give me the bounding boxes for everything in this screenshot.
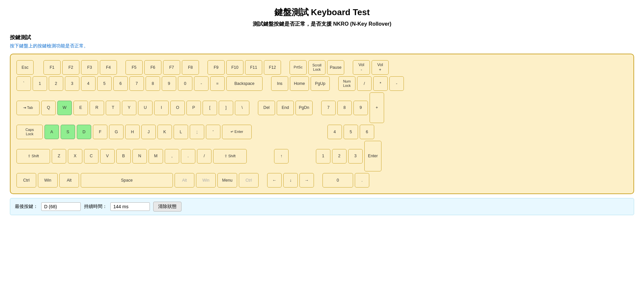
key-num-slash[interactable]: / xyxy=(357,76,372,91)
key-num2[interactable]: 2 xyxy=(332,149,347,164)
key-g[interactable]: G xyxy=(109,125,124,139)
key-prtsc[interactable]: PrtSc xyxy=(290,60,307,75)
key-b[interactable]: B xyxy=(116,149,131,164)
key-num-minus[interactable]: - xyxy=(389,76,404,91)
key-num-period[interactable]: . xyxy=(355,173,369,188)
key-end[interactable]: End xyxy=(277,101,294,115)
key-vol-down[interactable]: Vol - xyxy=(353,60,370,75)
key-d[interactable]: D xyxy=(77,125,91,139)
key-1[interactable]: 1 xyxy=(33,76,47,91)
key-2[interactable]: 2 xyxy=(49,76,63,91)
key-alt-right[interactable]: Alt xyxy=(175,173,194,188)
key-num7[interactable]: 7 xyxy=(321,101,336,115)
key-h[interactable]: H xyxy=(125,125,140,139)
key-f6[interactable]: F6 xyxy=(144,60,161,75)
key-f12[interactable]: F12 xyxy=(264,60,281,75)
key-arrow-down[interactable]: ↓ xyxy=(283,173,298,188)
key-shift-left[interactable]: ⇧ Shift xyxy=(16,149,50,164)
key-num1[interactable]: 1 xyxy=(316,149,330,164)
key-6[interactable]: 6 xyxy=(113,76,128,91)
key-x[interactable]: X xyxy=(68,149,82,164)
key-rbracket[interactable]: ] xyxy=(219,101,233,115)
last-key-input[interactable] xyxy=(41,202,81,211)
key-i[interactable]: I xyxy=(154,101,169,115)
key-comma[interactable]: , xyxy=(165,149,179,164)
key-4[interactable]: 4 xyxy=(81,76,96,91)
key-vol-up[interactable]: Vol + xyxy=(372,60,389,75)
key-3[interactable]: 3 xyxy=(65,76,79,91)
key-numlock[interactable]: Num Lock xyxy=(338,76,355,91)
key-k[interactable]: K xyxy=(157,125,172,139)
key-y[interactable]: Y xyxy=(122,101,136,115)
key-semicolon[interactable]: ; xyxy=(190,125,204,139)
key-quote[interactable]: ' xyxy=(206,125,220,139)
key-shift-right[interactable]: ⇧ Shift xyxy=(213,149,247,164)
key-alt-left[interactable]: Alt xyxy=(59,173,79,188)
key-minus[interactable]: - xyxy=(194,76,209,91)
key-space[interactable]: Space xyxy=(81,173,173,188)
key-z[interactable]: Z xyxy=(52,149,66,164)
key-ins[interactable]: Ins xyxy=(271,76,288,91)
key-pgdn[interactable]: PgDn xyxy=(295,101,313,115)
key-a[interactable]: A xyxy=(44,125,59,139)
key-slash[interactable]: / xyxy=(197,149,211,164)
key-pgup[interactable]: PgUp xyxy=(311,76,330,91)
key-f9[interactable]: F9 xyxy=(208,60,225,75)
key-num6[interactable]: 6 xyxy=(360,125,374,139)
key-scrolllock[interactable]: Scroll Lock xyxy=(308,60,325,75)
key-num8[interactable]: 8 xyxy=(337,101,352,115)
key-q[interactable]: Q xyxy=(41,101,56,115)
key-f10[interactable]: F10 xyxy=(226,60,243,75)
key-c[interactable]: C xyxy=(84,149,98,164)
key-win-left[interactable]: Win xyxy=(38,173,58,188)
key-num4[interactable]: 4 xyxy=(327,125,342,139)
key-n[interactable]: N xyxy=(132,149,147,164)
key-v[interactable]: V xyxy=(100,149,115,164)
key-num-asterisk[interactable]: * xyxy=(373,76,388,91)
key-p[interactable]: P xyxy=(186,101,201,115)
key-win-right[interactable]: Win xyxy=(196,173,216,188)
key-home[interactable]: Home xyxy=(290,76,309,91)
key-f[interactable]: F xyxy=(93,125,107,139)
key-tab[interactable]: ⇥ Tab xyxy=(16,101,40,115)
key-m[interactable]: M xyxy=(149,149,163,164)
key-f4[interactable]: F4 xyxy=(100,60,117,75)
key-f1[interactable]: F1 xyxy=(43,60,61,75)
key-backspace[interactable]: Backspace xyxy=(226,76,263,91)
key-f11[interactable]: F11 xyxy=(245,60,262,75)
key-period[interactable]: . xyxy=(181,149,195,164)
key-lbracket[interactable]: [ xyxy=(203,101,217,115)
clear-button[interactable]: 清除狀態 xyxy=(153,202,182,212)
key-num0[interactable]: 0 xyxy=(322,173,353,188)
key-f8[interactable]: F8 xyxy=(182,60,199,75)
key-num9[interactable]: 9 xyxy=(353,101,368,115)
key-f7[interactable]: F7 xyxy=(163,60,180,75)
key-7[interactable]: 7 xyxy=(129,76,144,91)
key-numpad-enter[interactable]: Enter xyxy=(364,141,381,171)
key-0[interactable]: 0 xyxy=(178,76,192,91)
key-enter[interactable]: ↵ Enter xyxy=(222,125,252,139)
key-pause[interactable]: Pause xyxy=(327,60,344,75)
key-l[interactable]: L xyxy=(174,125,188,139)
key-o[interactable]: O xyxy=(170,101,185,115)
key-equals[interactable]: = xyxy=(210,76,225,91)
key-u[interactable]: U xyxy=(138,101,153,115)
key-9[interactable]: 9 xyxy=(162,76,176,91)
key-j[interactable]: J xyxy=(141,125,156,139)
key-backtick[interactable]: ` xyxy=(16,76,31,91)
key-arrow-up[interactable]: ↑ xyxy=(274,149,289,164)
key-capslock[interactable]: Caps Lock xyxy=(16,125,43,139)
key-num-plus[interactable]: + xyxy=(370,92,384,123)
key-t[interactable]: T xyxy=(106,101,120,115)
key-num5[interactable]: 5 xyxy=(344,125,358,139)
key-f5[interactable]: F5 xyxy=(126,60,143,75)
key-8[interactable]: 8 xyxy=(146,76,160,91)
key-w[interactable]: W xyxy=(57,101,72,115)
key-ctrl-right[interactable]: Ctrl xyxy=(239,173,259,188)
key-menu[interactable]: Menu xyxy=(217,173,237,188)
key-arrow-left[interactable]: ← xyxy=(267,173,282,188)
key-num3[interactable]: 3 xyxy=(348,149,363,164)
key-5[interactable]: 5 xyxy=(97,76,112,91)
duration-input[interactable] xyxy=(110,202,150,211)
key-esc[interactable]: Esc xyxy=(16,60,34,75)
